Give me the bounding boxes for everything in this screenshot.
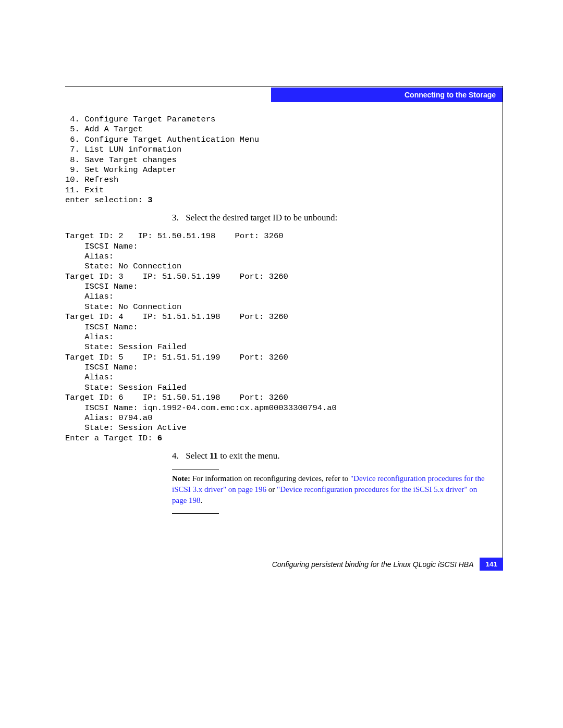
note-label: Note: xyxy=(172,474,190,483)
step-text-suffix: to exit the menu. xyxy=(218,451,280,461)
page-footer: Configuring persistent binding for the L… xyxy=(65,558,503,571)
page-content: 4. Configure Target Parameters 5. Add A … xyxy=(65,86,503,514)
note-rule-top xyxy=(172,470,219,470)
step-4-instruction: 4. Select 11 to exit the menu. xyxy=(65,450,493,462)
step-3-instruction: 3. Select the desired target ID to be un… xyxy=(65,212,493,224)
note-block: Note: For information on reconfiguring d… xyxy=(172,473,493,506)
target-id-entry: 6 xyxy=(157,434,162,443)
note-text-1: For information on reconfiguring devices… xyxy=(190,474,350,483)
step-number: 3. xyxy=(172,212,183,224)
target-list-code-block: Target ID: 2 IP: 51.50.51.198 Port: 3260… xyxy=(65,231,493,443)
page-number-badge: 141 xyxy=(480,558,503,571)
note-text-3: . xyxy=(201,496,203,504)
target-list-text: Target ID: 2 IP: 51.50.51.198 Port: 3260… xyxy=(65,231,337,443)
step-text: Select the desired target ID to be unbou… xyxy=(186,213,337,223)
note-rule-bottom xyxy=(172,513,219,514)
menu-code-block: 4. Configure Target Parameters 5. Add A … xyxy=(65,115,493,205)
step-text-prefix: Select xyxy=(186,451,210,461)
menu-selection-value: 3 xyxy=(148,195,152,205)
note-text-2: or xyxy=(266,485,277,493)
step-text-bold: 11 xyxy=(210,451,218,461)
footer-caption: Configuring persistent binding for the L… xyxy=(272,560,474,569)
document-page: Connecting to the Storage 4. Configure T… xyxy=(0,0,563,728)
step-number: 4. xyxy=(172,450,183,462)
menu-text: 4. Configure Target Parameters 5. Add A … xyxy=(65,115,259,205)
